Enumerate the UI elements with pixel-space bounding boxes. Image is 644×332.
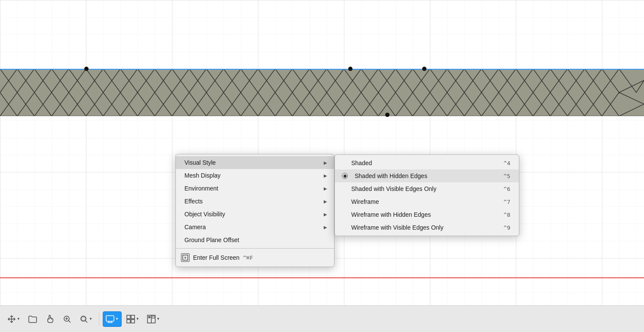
full-screen-label: Enter Full Screen	[193, 254, 239, 261]
submenu-item-wireframe-visible[interactable]: Wireframe with Visible Edges Only ^9	[335, 221, 519, 234]
submenu-item-shaded-hidden-edges[interactable]: Shaded with Hidden Edges ^5	[335, 169, 519, 182]
submenu-item-label: Shaded with Visible Edges Only	[351, 185, 436, 192]
folder-icon	[28, 315, 37, 323]
menu-item-label: Mesh Display	[184, 172, 221, 179]
transform-icon	[7, 315, 16, 323]
svg-line-10	[69, 320, 71, 323]
submenu-item-label: Wireframe	[351, 198, 379, 205]
submenu-visual-style: Shaded ^4 Shaded with Hidden Edges ^5 Sh…	[334, 154, 519, 236]
pan-tool-button[interactable]	[42, 311, 58, 327]
dropdown-arrow-icon: ▼	[136, 317, 139, 321]
control-point[interactable]	[385, 113, 389, 117]
red-guide-line	[0, 277, 644, 278]
transform-tool-button[interactable]: ▼	[4, 311, 23, 327]
menu-item-enter-full-screen[interactable]: Enter Full Screen ^⌘F	[176, 250, 334, 265]
geometry-band	[0, 69, 644, 116]
menu-item-label: Visual Style	[184, 159, 216, 166]
submenu-item-label: Wireframe with Hidden Edges	[351, 211, 431, 218]
menu-item-label: Camera	[184, 224, 206, 231]
radio-selected-icon	[342, 173, 348, 179]
grid-view-button[interactable]: ▼	[123, 311, 142, 327]
toolbar: ▼ ▼	[0, 305, 644, 332]
triangle-svg	[0, 69, 644, 116]
dropdown-arrow-icon: ▼	[156, 317, 160, 321]
folder-tool-button[interactable]	[25, 311, 40, 327]
control-point[interactable]	[422, 67, 426, 71]
menu-separator	[176, 248, 334, 249]
submenu-item-label: Wireframe with Visible Edges Only	[351, 224, 443, 231]
submenu-item-wireframe[interactable]: Wireframe ^7	[335, 195, 519, 208]
menu-item-effects[interactable]: Effects ▶	[176, 195, 334, 208]
svg-rect-16	[106, 316, 114, 321]
shortcut-wireframe: ^7	[503, 199, 510, 205]
control-point[interactable]	[348, 67, 353, 71]
menu-item-ground-plane-offset[interactable]: Ground Plane Offset	[176, 234, 334, 246]
submenu-item-shaded[interactable]: Shaded ^4	[335, 157, 519, 169]
display-mode-icon	[106, 315, 114, 323]
display-mode-button[interactable]: ▼	[103, 311, 122, 327]
menu-item-mesh-display[interactable]: Mesh Display ▶	[176, 169, 334, 182]
toolbar-separator	[99, 313, 99, 326]
dropdown-arrow-icon: ▼	[115, 317, 119, 321]
grid-view-icon	[126, 315, 135, 323]
shortcut-shaded-visible: ^6	[503, 186, 510, 192]
panels-button[interactable]: ▼	[144, 311, 163, 327]
hand-icon	[46, 315, 54, 323]
submenu-arrow-icon: ▶	[324, 160, 327, 165]
submenu-arrow-icon: ▶	[324, 225, 327, 230]
menu-item-label: Effects	[184, 198, 203, 205]
control-point[interactable]	[84, 67, 89, 71]
submenu-arrow-icon: ▶	[324, 186, 327, 191]
zoom-region-icon	[80, 315, 88, 323]
shortcut-shaded: ^4	[503, 160, 510, 166]
menu-item-label: Object Visibility	[184, 211, 225, 218]
menu-item-environment[interactable]: Environment ▶	[176, 182, 334, 195]
submenu-arrow-icon: ▶	[324, 212, 327, 217]
svg-rect-23	[131, 320, 135, 323]
menu-item-object-visibility[interactable]: Object Visibility ▶	[176, 208, 334, 221]
submenu-item-shaded-visible-edges[interactable]: Shaded with Visible Edges Only ^6	[335, 182, 519, 195]
svg-rect-26	[148, 316, 150, 318]
zoom-in-icon	[63, 315, 71, 323]
shortcut-wireframe-visible: ^9	[503, 224, 510, 231]
shortcut-shaded-hidden: ^5	[503, 173, 510, 179]
zoom-region-button[interactable]: ▼	[77, 311, 95, 327]
menu-item-label: Environment	[184, 185, 218, 192]
svg-rect-22	[127, 320, 130, 323]
submenu-item-label: Shaded	[351, 160, 372, 166]
dropdown-arrow-icon: ▼	[17, 317, 20, 321]
submenu-arrow-icon: ▶	[324, 173, 327, 178]
submenu-item-wireframe-hidden[interactable]: Wireframe with Hidden Edges ^8	[335, 208, 519, 221]
panels-icon	[147, 315, 156, 323]
submenu-item-label: Shaded with Hidden Edges	[355, 172, 427, 179]
menu-item-label: Ground Plane Offset	[184, 237, 239, 243]
svg-rect-20	[127, 315, 130, 319]
dropdown-arrow-icon: ▼	[89, 317, 92, 321]
zoom-in-button[interactable]	[59, 311, 75, 327]
svg-rect-21	[131, 315, 135, 319]
svg-rect-27	[152, 316, 154, 318]
full-screen-icon	[181, 253, 190, 262]
svg-line-14	[86, 320, 88, 323]
submenu-arrow-icon: ▶	[324, 199, 327, 204]
svg-rect-15	[82, 317, 85, 320]
context-menu: Visual Style ▶ Mesh Display ▶ Environmen…	[175, 154, 334, 267]
shortcut-wireframe-hidden: ^8	[503, 212, 510, 218]
full-screen-shortcut: ^⌘F	[243, 255, 253, 261]
menu-item-visual-style[interactable]: Visual Style ▶	[176, 156, 334, 169]
blue-guide-line	[0, 69, 644, 70]
menu-item-camera[interactable]: Camera ▶	[176, 221, 334, 234]
